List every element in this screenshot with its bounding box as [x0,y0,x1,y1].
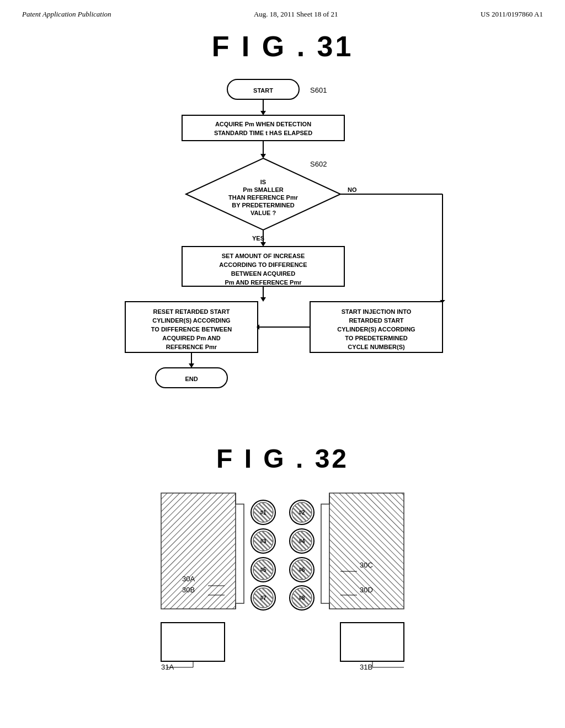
cyl6-label: #6 [299,567,305,573]
diamond-text-5: VALUE ? [250,210,276,216]
svg-rect-106 [340,623,404,661]
acquire-text-2: STANDARD TIME t HAS ELAPSED [214,130,312,136]
svg-marker-11 [260,297,266,302]
set-text-1: SET AMOUNT OF INCREASE [222,253,305,259]
cyl3-label: #3 [260,538,266,544]
label-31a: 31A [161,663,174,670]
s602-label: S602 [310,160,327,168]
reset-text-1: RESET RETARDED START [153,308,230,315]
label-30b: 30B [182,586,195,594]
svg-rect-105 [161,623,225,661]
yes-label: YES [252,235,264,242]
reset-text-4: ACQUIRED Pm AND [162,335,220,341]
svg-marker-5 [260,154,266,158]
inject-text-1: START INJECTION INTO [342,308,412,315]
fig31-title: F I G . 31 [212,30,354,63]
diamond-text-2: Pm SMALLER [243,186,283,193]
fig32-section: F I G . 32 [33,443,532,670]
label-30d: 30D [360,586,373,594]
svg-rect-3 [182,115,344,141]
inject-text-4: TO PREDETERMINED [345,335,408,341]
fig32-title: F I G . 32 [216,443,349,474]
set-text-4: Pm AND REFERENCE Pmr [225,279,302,286]
start-node: START [253,87,273,94]
page-header: Patent Application Publication Aug. 18, … [0,0,565,24]
header-publication: Patent Application Publication [22,10,111,19]
set-text-3: BETWEEN ACQUIRED [231,270,295,277]
reset-text-3: TO DIFFERENCE BETWEEN [151,326,232,333]
label-31b: 31B [360,663,372,670]
svg-marker-21 [189,363,194,368]
reset-text-2: CYLINDER(S) ACCORDING [152,317,230,324]
label-30a: 30A [182,575,195,583]
reset-text-5: REFERENCE Pmr [166,344,217,350]
acquire-text-1: ACQUIRE Pm WHEN DETECTION [215,121,311,127]
cyl2-label: #2 [299,510,305,516]
flowchart-svg: text { font-family: Arial, sans-serif; }… [89,74,476,427]
diamond-text-4: BY PREDETERMINED [232,202,295,208]
set-text-2: ACCORDING TO DIFFERENCE [219,261,307,268]
inject-text-3: CYLINDER(S) ACCORDING [337,326,415,333]
diamond-text-3: THAN REFERENCE Pmr [228,194,299,201]
fig32-svg: #1 #2 [128,482,437,670]
svg-marker-8 [260,242,266,247]
label-30c: 30C [360,561,373,569]
diamond-text-1: IS [260,179,266,185]
main-content: F I G . 31 text { font-family: Arial, sa… [0,24,565,681]
no-label: NO [348,186,357,193]
fig32-diagram: #1 #2 [128,482,437,670]
header-patent-number: US 2011/0197860 A1 [481,10,543,19]
cyl5-label: #5 [260,567,266,573]
inject-text-2: RETARDED START [349,317,403,324]
cyl1-label: #1 [260,510,266,516]
inject-text-5: CYCLE NUMBER(S) [348,344,405,350]
cyl4-label: #4 [299,538,305,544]
header-sheet-info: Aug. 18, 2011 Sheet 18 of 21 [254,10,338,19]
svg-marker-2 [260,111,266,115]
fig31-flowchart: text { font-family: Arial, sans-serif; }… [89,74,476,427]
cyl8-label: #8 [299,595,305,601]
s601-label: S601 [310,86,327,94]
end-node: END [185,376,198,382]
cyl7-label: #7 [260,595,266,601]
